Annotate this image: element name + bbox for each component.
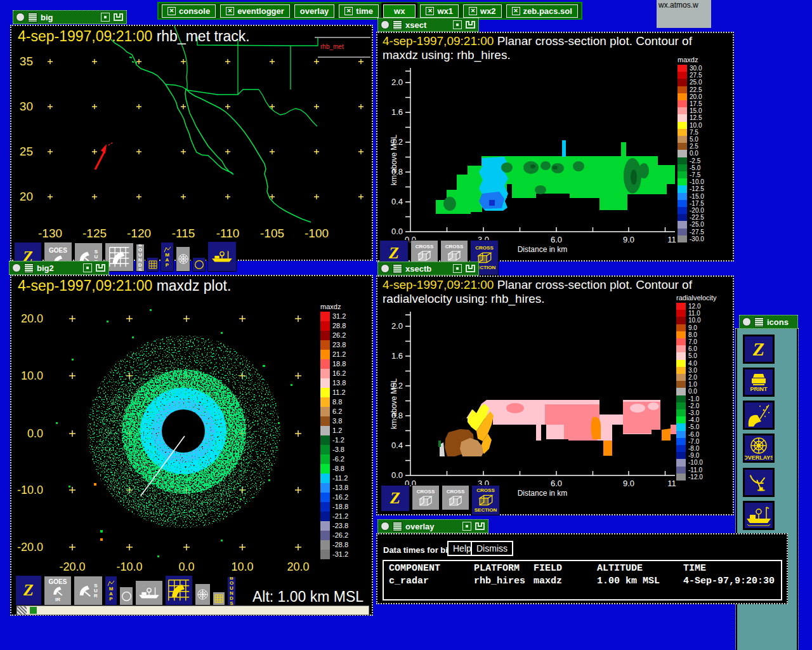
colorbar-label: -26.2 xyxy=(332,531,348,540)
iconify-button[interactable] xyxy=(465,20,476,29)
menubar-button-overlay[interactable]: overlay xyxy=(294,4,335,18)
grid-button[interactable] xyxy=(213,592,225,606)
iconify-button[interactable] xyxy=(475,522,485,531)
horizontal-scrollbar[interactable] xyxy=(16,606,369,615)
window-menu-button[interactable] xyxy=(742,317,751,326)
cross-section-button-active[interactable]: CROSSSECTION xyxy=(471,485,500,515)
overlay-titlebar[interactable]: overlay xyxy=(377,519,488,533)
colorbar-swatch xyxy=(678,79,687,86)
ship-button[interactable] xyxy=(135,580,163,606)
menubar-button-console[interactable]: console xyxy=(162,4,216,18)
zebra-logo-button[interactable]: Z xyxy=(381,485,410,512)
grid-button[interactable] xyxy=(147,257,159,272)
xsectb-titlebar[interactable]: xsectb xyxy=(377,262,479,275)
scrollbar-anchor[interactable] xyxy=(17,606,27,614)
window-menu-button[interactable] xyxy=(381,264,390,273)
svg-text:1.6: 1.6 xyxy=(391,107,403,117)
colorbar-row: 12.0 xyxy=(676,303,717,310)
window-doc-icon[interactable] xyxy=(28,13,37,22)
bounds-label: BOUNDS xyxy=(138,244,143,272)
radar-grid-button-active[interactable] xyxy=(165,575,193,606)
colorbar-swatch xyxy=(678,122,687,129)
maximize-button[interactable] xyxy=(453,20,462,29)
colorbar-swatch xyxy=(676,431,686,438)
goes-label: GOES xyxy=(49,248,67,254)
iconify-button[interactable] xyxy=(465,264,476,273)
big2-colorbar: maxdz 31.228.826.223.821.218.816.213.811… xyxy=(320,303,348,559)
window-doc-icon[interactable] xyxy=(754,317,764,327)
overlays-web-button[interactable] xyxy=(195,583,211,606)
surveillance-button[interactable]: SUR xyxy=(74,576,103,606)
menubar-button-eventlogger[interactable]: eventlogger xyxy=(220,4,290,18)
map-button[interactable]: MAP xyxy=(160,242,174,272)
big-titlebar[interactable]: big xyxy=(13,10,127,24)
colorbar-label: 28.8 xyxy=(332,321,346,331)
window-doc-icon[interactable] xyxy=(393,20,402,30)
overlays-label: OVERLAYS xyxy=(743,455,775,461)
menubar-button-wx[interactable]: wx xyxy=(383,4,416,18)
bounds-button[interactable]: BOUNDS xyxy=(136,244,145,272)
xsect-titlebar[interactable]: xsect xyxy=(377,18,479,32)
window-menu-button[interactable] xyxy=(381,522,390,531)
bounds-button[interactable]: BOUNDS xyxy=(227,576,236,606)
overlays-web-button[interactable] xyxy=(176,246,190,272)
window-doc-icon[interactable] xyxy=(393,522,402,531)
menubar-button-wx2[interactable]: wx2 xyxy=(463,4,502,18)
circle-button[interactable] xyxy=(119,587,133,606)
colorbar-row: 11.2 xyxy=(320,388,348,397)
zebra-logo: Z xyxy=(23,582,34,599)
cube-icon xyxy=(418,494,433,507)
circle-button[interactable] xyxy=(192,257,206,272)
antenna-button[interactable] xyxy=(743,468,775,497)
cross-section-button[interactable]: CROSS xyxy=(442,485,469,510)
goes-ir-button[interactable]: GOESIR xyxy=(44,576,72,606)
zebra-logo-button[interactable]: Z xyxy=(743,335,775,364)
maximize-button[interactable] xyxy=(462,522,471,531)
cell-altitude: 1.00 km MSL xyxy=(597,576,683,587)
colorbar-swatch xyxy=(676,438,686,445)
colorbar-row: -11.2 xyxy=(320,474,348,483)
map-button[interactable]: MAP xyxy=(105,576,117,606)
plot-heading: 4-sep-1997,09:21:00 Planar cross-section… xyxy=(383,278,692,292)
colorbar-label: 26.2 xyxy=(332,331,346,340)
svg-text:0.0: 0.0 xyxy=(27,427,43,440)
background-window-title[interactable]: wx.atmos.w xyxy=(657,0,711,28)
satellite-button[interactable] xyxy=(743,401,775,430)
colorbar-label: -15.0 xyxy=(690,193,704,200)
big2-titlebar[interactable]: big2 xyxy=(9,261,109,275)
menubar-button-wx1[interactable]: wx1 xyxy=(420,4,459,18)
x-axis-title: Distance in km xyxy=(518,245,568,254)
colorbar-label: 30.0 xyxy=(690,65,702,72)
plot-time: 4-sep-1997,09:21:00 xyxy=(18,277,152,294)
svg-text:9.0: 9.0 xyxy=(623,479,634,488)
ship-button[interactable] xyxy=(743,501,775,530)
icons-titlebar[interactable]: icons xyxy=(739,315,798,329)
iconify-button[interactable] xyxy=(95,263,106,272)
colorbar-row: 13.8 xyxy=(320,378,348,388)
menubar-button-time[interactable]: time xyxy=(339,4,379,18)
window-doc-icon[interactable] xyxy=(393,264,402,274)
plot-time: 4-sep-1997,09:21:00 xyxy=(383,34,494,48)
dismiss-button[interactable]: Dismiss xyxy=(471,541,513,556)
window-doc-icon[interactable] xyxy=(24,263,34,273)
scrollbar-thumb[interactable] xyxy=(30,607,37,614)
ship-button[interactable] xyxy=(207,241,237,272)
window-menu-button[interactable] xyxy=(12,263,21,272)
window-menu-button[interactable] xyxy=(16,13,25,22)
cell-platform: rhb_hires xyxy=(474,576,534,587)
print-button[interactable]: PRINT xyxy=(743,368,775,397)
colorbar-label: -2.5 xyxy=(690,157,700,164)
table-row[interactable]: c_radar rhb_hires maxdz 1.00 km MSL 4-Se… xyxy=(384,576,781,587)
window-menu-button[interactable] xyxy=(381,20,390,29)
menubar-button-zeb-pacs-sol[interactable]: zeb.pacs.sol xyxy=(506,4,578,18)
zebra-logo-button[interactable]: Z xyxy=(15,575,42,606)
window-title: big xyxy=(41,13,53,22)
maximize-button[interactable] xyxy=(101,13,110,22)
colorbar-swatch xyxy=(678,65,687,72)
overlays-button[interactable]: OVERLAYS xyxy=(743,434,775,463)
cell-time: 4-Sep-97,9:20:30 xyxy=(683,576,781,587)
maximize-button[interactable] xyxy=(83,263,92,272)
maximize-button[interactable] xyxy=(453,264,462,273)
iconify-button[interactable] xyxy=(113,13,124,22)
cross-section-button[interactable]: CROSS xyxy=(412,485,440,510)
